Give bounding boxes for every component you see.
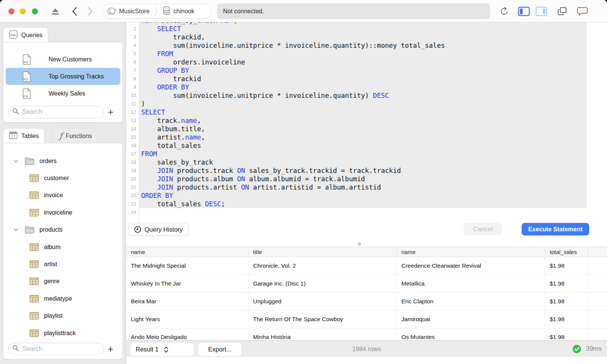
disconnect-eject-button[interactable]	[50, 6, 61, 17]
refresh-icon[interactable]	[498, 6, 510, 17]
tab-functions[interactable]: ƒ Functions	[53, 128, 98, 143]
tree-table[interactable]: invoiceline	[3, 204, 123, 221]
code-line: )	[141, 100, 445, 108]
column-header[interactable]: title	[248, 247, 397, 257]
close-window-button[interactable]	[8, 8, 14, 14]
chevron-down-icon[interactable]	[13, 228, 19, 232]
queries-panel: SQL New Customers SQL Top Grossing Track…	[3, 42, 123, 122]
main-area: 123456789101112131415161718192021222324 …	[126, 22, 607, 364]
chevron-down-icon[interactable]	[13, 159, 19, 163]
sql-editor[interactable]: 123456789101112131415161718192021222324 …	[126, 22, 607, 222]
execute-statement-button[interactable]: Execute Statement	[522, 223, 589, 235]
feedback-bubble-icon[interactable]	[576, 6, 589, 17]
table-cell: Creedence Clearwater Revival	[397, 257, 545, 275]
column-header[interactable]: name	[126, 247, 248, 257]
tree-table[interactable]: playlist	[3, 308, 123, 325]
table-row[interactable]: The Midnight SpecialChronicle, Vol. 2Cre…	[126, 257, 607, 275]
breadcrumb-database[interactable]: chinook	[159, 4, 198, 18]
table-icon	[29, 243, 39, 251]
tables-search-input[interactable]: Search	[8, 343, 104, 355]
line-number: 10	[126, 91, 136, 100]
table-icon	[29, 174, 39, 182]
code-line: total_sales DESC;	[141, 200, 445, 208]
tree-table-label: playlisttrack	[44, 330, 76, 337]
table-icon	[29, 312, 39, 320]
query-history-label: Query History	[145, 226, 183, 233]
export-button[interactable]: Export...	[198, 343, 242, 356]
svg-text:SQL: SQL	[10, 33, 17, 36]
table-row[interactable]: Light YearsThe Return Of The Space Cowbo…	[126, 311, 607, 328]
add-query-button[interactable]: +	[108, 107, 113, 117]
tree-table[interactable]: artist	[3, 256, 123, 273]
query-item[interactable]: SQL Top Grossing Tracks	[6, 68, 120, 85]
schema-tree: orders customer invoice invoiceline prod…	[3, 152, 123, 342]
tree-table[interactable]: album	[3, 238, 123, 256]
table-cell: Light Years	[126, 311, 248, 328]
line-number: 6	[126, 58, 136, 66]
query-history-button[interactable]: Query History	[128, 223, 189, 236]
tree-table-label: genre	[44, 278, 60, 285]
table-row[interactable]: Whiskey In The JarGarage Inc. (Disc 1)Me…	[126, 275, 607, 293]
code-line: GROUP BY	[141, 66, 445, 75]
line-number: 9	[126, 83, 136, 91]
column-header[interactable]: name	[397, 247, 545, 257]
tree-table[interactable]: genre	[3, 273, 123, 290]
table-cell: Beira Mar	[126, 293, 248, 310]
line-number: 14	[126, 125, 136, 133]
tree-table[interactable]: customer	[3, 169, 123, 187]
forward-button[interactable]	[85, 6, 95, 17]
table-icon	[29, 260, 39, 268]
add-table-button[interactable]: +	[108, 344, 113, 354]
queries-search-input[interactable]: Search	[8, 106, 104, 118]
tab-queries[interactable]: SQL Queries	[3, 27, 48, 42]
minimize-window-button[interactable]	[20, 8, 26, 14]
table-cell: $1.98	[545, 257, 588, 275]
splitter-handle[interactable]	[358, 242, 361, 246]
column-header[interactable]: total_sales	[545, 247, 588, 257]
query-item[interactable]: SQL Weekly Sales	[6, 85, 120, 102]
tree-table-label: invoice	[44, 192, 63, 199]
table-icon	[29, 295, 39, 303]
zoom-window-button[interactable]	[32, 8, 38, 14]
tree-table[interactable]: mediatype	[3, 290, 123, 307]
query-item[interactable]: SQL New Customers	[6, 51, 120, 68]
tree-table-label: album	[44, 244, 61, 251]
sql-document-icon: SQL	[22, 88, 32, 99]
success-check-icon	[572, 345, 581, 353]
windows-copy-icon[interactable]	[556, 6, 568, 17]
tree-table[interactable]: invoice	[3, 187, 123, 204]
tree-folder[interactable]: products	[3, 221, 123, 238]
code-line: total_sales	[141, 141, 445, 150]
table-icon	[29, 191, 39, 199]
tables-search-row: Search +	[8, 342, 119, 355]
line-number: 23	[126, 200, 136, 208]
line-number: 19	[126, 166, 136, 175]
line-number: 17	[126, 150, 136, 158]
toggle-left-sidebar-icon[interactable]	[517, 6, 530, 17]
code-line: trackid,	[141, 33, 445, 41]
table-cell: Metallica	[397, 275, 545, 292]
code-line: sum(invoiceline.unitprice * invoiceline.…	[141, 41, 445, 50]
toggle-right-sidebar-icon[interactable]	[535, 6, 548, 17]
line-number: 20	[126, 175, 136, 183]
duration-label: 39ms	[586, 345, 602, 353]
line-number: 2	[126, 25, 136, 33]
table-cell-filler	[588, 311, 607, 328]
code-line: JOIN products.album ON album.albumid = t…	[141, 175, 445, 183]
tree-table[interactable]: playlisttrack	[3, 325, 123, 342]
line-number: 3	[126, 33, 136, 41]
back-button[interactable]	[70, 6, 80, 17]
sql-document-icon: SQL	[22, 54, 32, 65]
tree-folder[interactable]: orders	[3, 152, 123, 169]
tab-tables[interactable]: Tables	[3, 128, 44, 143]
breadcrumb-server[interactable]: MusicStore	[103, 4, 153, 18]
line-number: 16	[126, 141, 136, 150]
table-cell: Eric Clapton	[397, 293, 545, 310]
table-cell: $1.98	[545, 311, 588, 328]
query-item-label: New Customers	[49, 56, 92, 63]
result-selector[interactable]: Result 1	[131, 343, 194, 356]
connection-status-text: Not connected.	[223, 8, 264, 15]
table-row[interactable]: Beira MarUnpluggedEric Clapton$1.98	[126, 293, 607, 311]
sql-document-icon: SQL	[22, 71, 32, 82]
schema-panel: orders customer invoice invoiceline prod…	[3, 143, 123, 359]
